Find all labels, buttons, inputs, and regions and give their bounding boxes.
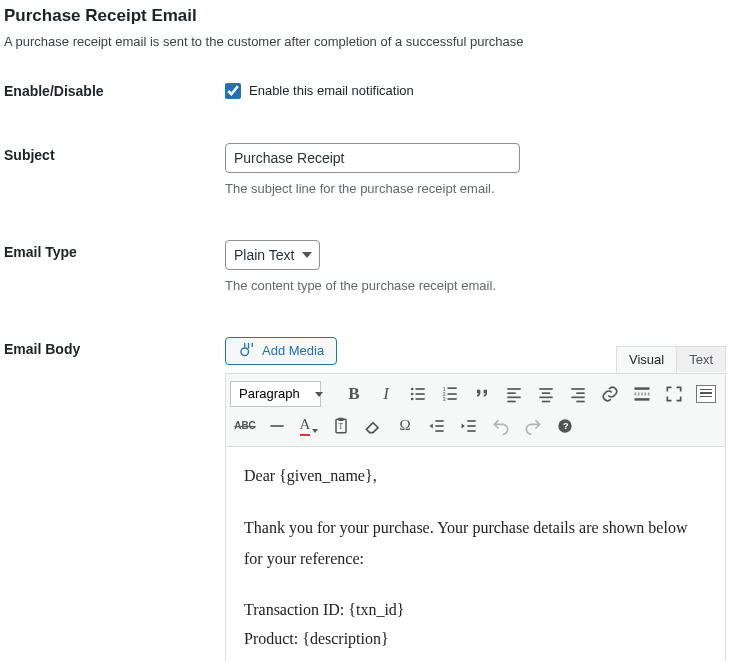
help-button[interactable]: ?	[550, 412, 580, 440]
svg-rect-28	[270, 425, 283, 427]
subject-input[interactable]	[225, 143, 520, 173]
align-right-icon	[568, 384, 588, 404]
svg-rect-19	[539, 396, 552, 398]
redo-button[interactable]	[518, 412, 548, 440]
format-dropdown[interactable]: Paragraph	[230, 381, 321, 407]
svg-rect-37	[467, 430, 475, 432]
align-center-icon	[536, 384, 556, 404]
editor-content[interactable]: Dear {given_name}, Thank you for your pu…	[226, 447, 725, 661]
page-description: A purchase receipt email is sent to the …	[4, 32, 736, 53]
fullscreen-icon	[664, 384, 684, 404]
svg-point-0	[241, 348, 249, 356]
svg-rect-25	[635, 387, 650, 390]
add-media-button[interactable]: Add Media	[225, 337, 337, 365]
blockquote-button[interactable]	[467, 380, 497, 408]
clear-format-button[interactable]	[358, 412, 388, 440]
svg-rect-15	[507, 396, 520, 398]
eraser-icon	[363, 416, 383, 436]
hr-button[interactable]	[262, 412, 292, 440]
svg-rect-20	[542, 400, 550, 402]
svg-rect-34	[435, 430, 443, 432]
body-intro: Thank you for your purchase. Your purcha…	[244, 513, 707, 574]
help-icon: ?	[555, 416, 575, 436]
enable-label: Enable/Disable	[4, 73, 225, 119]
body-label: Email Body	[4, 313, 225, 661]
tab-visual[interactable]: Visual	[616, 346, 677, 373]
email-type-select[interactable]: Plain Text	[225, 240, 320, 270]
svg-rect-21	[571, 388, 584, 390]
quote-icon	[472, 384, 492, 404]
hr-icon	[267, 416, 287, 436]
kitchen-sink-icon	[696, 385, 716, 403]
svg-rect-36	[467, 425, 475, 427]
indent-icon	[459, 416, 479, 436]
svg-rect-24	[576, 400, 584, 402]
svg-point-3	[411, 397, 414, 400]
svg-point-2	[411, 392, 414, 395]
outdent-button[interactable]	[422, 412, 452, 440]
email-type-label: Email Type	[4, 216, 225, 313]
tab-text[interactable]: Text	[676, 346, 726, 372]
indent-button[interactable]	[454, 412, 484, 440]
undo-icon	[491, 416, 511, 436]
outdent-icon	[427, 416, 447, 436]
svg-rect-26	[635, 393, 650, 395]
svg-rect-27	[635, 398, 650, 401]
svg-rect-18	[542, 392, 550, 394]
svg-rect-6	[416, 398, 425, 400]
ul-button[interactable]	[403, 380, 433, 408]
svg-rect-30	[339, 417, 344, 420]
align-center-button[interactable]	[531, 380, 561, 408]
align-left-icon	[504, 384, 524, 404]
kitchen-sink-button[interactable]	[691, 380, 721, 408]
link-icon	[600, 384, 620, 404]
read-more-icon	[632, 384, 652, 404]
page-title: Purchase Receipt Email	[4, 4, 736, 28]
svg-rect-16	[507, 400, 515, 402]
svg-rect-4	[416, 388, 425, 390]
svg-rect-5	[416, 393, 425, 395]
svg-rect-23	[571, 396, 584, 398]
bold-button[interactable]: B	[339, 380, 369, 408]
link-button[interactable]	[595, 380, 625, 408]
svg-text:?: ?	[563, 421, 569, 431]
subject-help: The subject line for the purchase receip…	[225, 181, 726, 196]
read-more-button[interactable]	[627, 380, 657, 408]
align-right-button[interactable]	[563, 380, 593, 408]
clipboard-icon: T	[331, 416, 351, 436]
svg-rect-22	[576, 392, 584, 394]
align-left-button[interactable]	[499, 380, 529, 408]
svg-rect-10	[448, 387, 457, 389]
rich-text-editor: Visual Text Paragraph B I	[225, 373, 726, 661]
svg-rect-14	[507, 392, 515, 394]
ol-button[interactable]: 123	[435, 380, 465, 408]
list-ul-icon	[408, 384, 428, 404]
strike-button[interactable]: ABC	[230, 412, 260, 440]
svg-text:T: T	[339, 422, 344, 431]
email-type-help: The content type of the purchase receipt…	[225, 278, 726, 293]
special-char-button[interactable]: Ω	[390, 412, 420, 440]
svg-rect-32	[435, 420, 443, 422]
svg-rect-13	[507, 388, 520, 390]
svg-rect-11	[448, 393, 457, 395]
fullscreen-button[interactable]	[659, 380, 689, 408]
body-greeting: Dear {given_name},	[244, 461, 707, 491]
list-ol-icon: 123	[440, 384, 460, 404]
body-amount: Amount: {currency_code} {amount}	[244, 654, 707, 661]
media-icon	[238, 342, 256, 360]
svg-rect-17	[539, 388, 552, 390]
svg-point-1	[411, 387, 414, 390]
enable-checkbox[interactable]	[225, 83, 241, 99]
redo-icon	[523, 416, 543, 436]
paste-text-button[interactable]: T	[326, 412, 356, 440]
svg-rect-33	[435, 425, 443, 427]
text-color-button[interactable]: A	[294, 412, 324, 440]
body-txn: Transaction ID: {txn_id}	[244, 596, 707, 625]
enable-checkbox-label: Enable this email notification	[249, 83, 414, 98]
svg-text:3: 3	[443, 395, 446, 401]
undo-button[interactable]	[486, 412, 516, 440]
italic-button[interactable]: I	[371, 380, 401, 408]
subject-label: Subject	[4, 119, 225, 216]
body-product: Product: {description}	[244, 625, 707, 654]
svg-rect-35	[467, 420, 475, 422]
